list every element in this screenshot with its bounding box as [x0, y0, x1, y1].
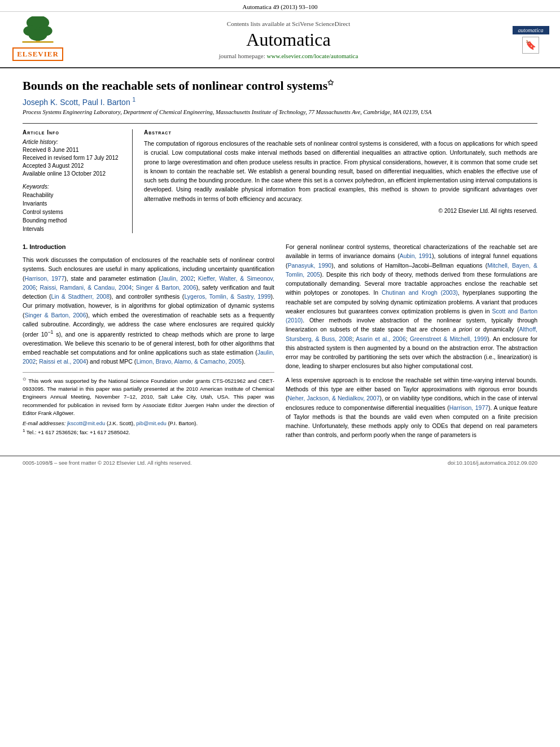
article-info-title: Article Info	[23, 129, 124, 136]
cite-singer2006[interactable]: Singer & Barton, 2006	[136, 284, 196, 291]
abstract-text: The computation of rigorous enclosures o…	[144, 139, 537, 203]
svg-rect-6	[23, 41, 54, 43]
cite-neher2007[interactable]: Neher, Jackson, & Nedialkov, 2007	[288, 395, 380, 401]
main-content: Bounds on the reachable sets of nonlinea…	[0, 68, 560, 456]
revised-date: Received in revised form 17 July 2012	[23, 154, 124, 162]
journal-homepage-link[interactable]: www.elsevier.com/locate/automatica	[267, 53, 358, 59]
journal-homepage: journal homepage: www.elsevier.com/locat…	[80, 53, 497, 59]
contents-line: Contents lists available at SciVerse Sci…	[80, 20, 497, 27]
cite-jaulin2002[interactable]: Jaulin, 2002	[160, 275, 194, 282]
article-info: Article Info Article history: Received 8…	[23, 129, 133, 233]
copyright: © 2012 Elsevier Ltd. All rights reserved…	[144, 208, 537, 214]
cite-asarin2006[interactable]: Asarin et al., 2006	[356, 335, 406, 342]
cite-limon2005[interactable]: Limon, Bravo, Alamo, & Camacho, 2005	[136, 358, 242, 365]
keyword-intervals: Intervals	[23, 225, 124, 233]
keyword-reachability: Reachability	[23, 191, 124, 199]
elsevier-text: ELSEVIER	[12, 47, 63, 61]
journal-citation: Automatica 49 (2013) 93–100	[243, 3, 318, 10]
bookmark-icon: 🔖	[522, 37, 539, 54]
history-label: Article history:	[23, 139, 124, 145]
available-date: Available online 13 October 2012	[23, 170, 124, 178]
affiliation: Process Systems Engineering Laboratory, …	[23, 109, 537, 115]
cite-greenstreet1999[interactable]: Greenstreet & Mitchell, 1999	[410, 335, 487, 342]
footnote-star: ✩ This work was supported by the Nationa…	[23, 376, 274, 417]
issn-line: 0005-1098/$ – see front matter © 2012 El…	[23, 460, 192, 466]
cite-aubin1991[interactable]: Aubin, 1991	[400, 252, 432, 259]
intro-paragraph-1: This work discusses the computation of e…	[23, 255, 274, 366]
keywords-label: Keywords:	[23, 184, 124, 190]
introduction-title: 1. Introduction	[23, 242, 274, 252]
keyword-bounding-method: Bounding method	[23, 216, 124, 225]
footnote-email: E-mail addresses: jkscott@mit.edu (J.K. …	[23, 420, 274, 427]
cite-scott2010[interactable]: Scott and Barton (2010)	[286, 308, 537, 324]
elsevier-logo-image	[15, 16, 60, 47]
keywords-section: Keywords: Reachability Invariants Contro…	[23, 184, 124, 233]
cite-singer2006b[interactable]: Singer & Barton, 2006	[25, 312, 86, 318]
word-these: these	[352, 422, 366, 429]
section-number: 1.	[23, 243, 29, 250]
authors: Joseph K. Scott, Paul I. Barton 1	[23, 97, 537, 107]
abstract-title: Abstract	[144, 129, 537, 136]
cite-harrison1977[interactable]: Harrison, 1977	[25, 275, 65, 282]
journal-title-area: Contents lists available at SciVerse Sci…	[69, 20, 508, 59]
journal-name: Automatica	[80, 29, 497, 50]
accepted-date: Accepted 3 August 2012	[23, 162, 124, 170]
journal-header: ELSEVIER Contents lists available at Sci…	[0, 12, 560, 68]
cite-chutinan2003[interactable]: Chutinan and Krogh (2003)	[382, 289, 458, 296]
body-left-column: 1. Introduction This work discusses the …	[23, 242, 274, 444]
email-link-scott[interactable]: jkscott@mit.edu	[67, 420, 106, 426]
journal-right-branding: automatica 🔖	[508, 26, 553, 54]
received-date: Received 8 June 2011	[23, 146, 124, 154]
email-link-barton[interactable]: pib@mit.edu	[136, 420, 166, 426]
right-paragraph-2: A less expensive approach is to enclose …	[286, 375, 537, 440]
cite-lin2008[interactable]: Lin & Stadtherr, 2008	[51, 293, 110, 300]
footnote-1: 1 Tel.: +1 617 2536526; fax: +1 617 2585…	[23, 427, 274, 436]
body-right-column: For general nonlinear control systems, t…	[286, 242, 537, 444]
body-columns: 1. Introduction This work discusses the …	[23, 242, 537, 444]
cite-harrison1977c[interactable]: Harrison, 1977	[449, 404, 488, 411]
cite-lygeros1999[interactable]: Lygeros, Tomlin, & Sastry, 1999	[184, 293, 270, 300]
keyword-control-systems: Control systems	[23, 208, 124, 216]
elsevier-branding: ELSEVIER	[7, 16, 69, 63]
section-label: Introduction	[29, 243, 65, 250]
right-paragraph-1: For general nonlinear control systems, t…	[286, 242, 537, 371]
automatica-badge: automatica	[513, 26, 549, 34]
cite-raissi2004[interactable]: Raissi, Ramdani, & Candau, 2004	[40, 284, 132, 291]
article-title: Bounds on the reachable sets of nonlinea…	[23, 78, 537, 93]
abstract-section: Abstract The computation of rigorous enc…	[144, 129, 537, 233]
footnote-area: ✩ This work was supported by the Nationa…	[23, 372, 274, 437]
cite-panasyuk1990[interactable]: Panasyuk, 1990	[288, 262, 332, 269]
cite-raissi2004b[interactable]: Raissi et al., 2004	[39, 358, 86, 365]
svg-point-5	[29, 29, 47, 41]
top-bar: Automatica 49 (2013) 93–100	[0, 0, 560, 12]
article-columns: Article Info Article history: Received 8…	[23, 123, 537, 233]
bottom-bar: 0005-1098/$ – see front matter © 2012 El…	[0, 456, 560, 469]
keyword-invariants: Invariants	[23, 199, 124, 208]
doi-line[interactable]: doi:10.1016/j.automatica.2012.09.020	[448, 460, 537, 466]
